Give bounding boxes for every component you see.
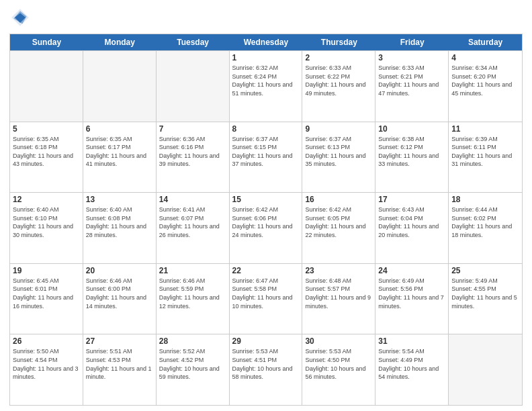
- calendar-cell: 10Sunrise: 6:38 AM Sunset: 6:12 PM Dayli…: [375, 122, 449, 193]
- day-number: 13: [86, 195, 153, 204]
- day-info: Sunrise: 6:42 AM Sunset: 6:06 PM Dayligh…: [232, 205, 300, 239]
- day-number: 2: [305, 53, 372, 62]
- day-info: Sunrise: 6:35 AM Sunset: 6:18 PM Dayligh…: [13, 135, 80, 169]
- day-number: 8: [232, 124, 300, 134]
- day-number: 18: [451, 195, 519, 204]
- day-number: 4: [451, 53, 519, 62]
- day-info: Sunrise: 5:53 AM Sunset: 4:50 PM Dayligh…: [305, 347, 372, 381]
- calendar-cell: 28Sunrise: 5:52 AM Sunset: 4:52 PM Dayli…: [157, 334, 230, 405]
- calendar-cell: 4Sunrise: 6:34 AM Sunset: 6:20 PM Daylig…: [449, 51, 522, 122]
- calendar-cell: 6Sunrise: 6:35 AM Sunset: 6:17 PM Daylig…: [83, 122, 157, 193]
- header: [9, 7, 523, 30]
- calendar-cell: 16Sunrise: 6:42 AM Sunset: 6:05 PM Dayli…: [302, 193, 375, 263]
- calendar-week-1: 1Sunrise: 6:32 AM Sunset: 6:24 PM Daylig…: [10, 50, 522, 122]
- calendar-cell: 9Sunrise: 6:37 AM Sunset: 6:13 PM Daylig…: [302, 122, 375, 193]
- day-info: Sunrise: 5:51 AM Sunset: 4:53 PM Dayligh…: [86, 347, 153, 381]
- calendar-body: 1Sunrise: 6:32 AM Sunset: 6:24 PM Daylig…: [10, 50, 522, 405]
- calendar: SundayMondayTuesdayWednesdayThursdayFrid…: [9, 34, 523, 406]
- day-info: Sunrise: 5:53 AM Sunset: 4:51 PM Dayligh…: [232, 347, 300, 381]
- day-info: Sunrise: 6:33 AM Sunset: 6:22 PM Dayligh…: [305, 64, 372, 97]
- day-number: 20: [86, 266, 153, 275]
- day-number: 1: [232, 53, 300, 62]
- day-info: Sunrise: 6:37 AM Sunset: 6:15 PM Dayligh…: [232, 135, 300, 169]
- calendar-cell: 25Sunrise: 5:49 AM Sunset: 4:55 PM Dayli…: [449, 264, 522, 334]
- logo-icon: [9, 7, 31, 28]
- logo: [9, 7, 32, 30]
- day-info: Sunrise: 6:40 AM Sunset: 6:08 PM Dayligh…: [86, 205, 153, 239]
- day-header-tuesday: Tuesday: [157, 34, 230, 50]
- day-info: Sunrise: 6:33 AM Sunset: 6:21 PM Dayligh…: [378, 64, 445, 97]
- calendar-header: SundayMondayTuesdayWednesdayThursdayFrid…: [10, 34, 522, 50]
- day-number: 14: [159, 195, 226, 204]
- day-number: 26: [13, 336, 80, 346]
- calendar-cell: 1Sunrise: 6:32 AM Sunset: 6:24 PM Daylig…: [230, 51, 303, 122]
- calendar-cell: 12Sunrise: 6:40 AM Sunset: 6:10 PM Dayli…: [10, 193, 83, 263]
- day-info: Sunrise: 6:37 AM Sunset: 6:13 PM Dayligh…: [305, 135, 372, 169]
- calendar-cell: [83, 51, 157, 122]
- day-info: Sunrise: 6:34 AM Sunset: 6:20 PM Dayligh…: [451, 64, 519, 97]
- day-info: Sunrise: 6:42 AM Sunset: 6:05 PM Dayligh…: [305, 205, 372, 239]
- calendar-cell: 22Sunrise: 6:47 AM Sunset: 5:58 PM Dayli…: [230, 264, 303, 334]
- calendar-cell: [10, 51, 83, 122]
- day-header-wednesday: Wednesday: [230, 34, 303, 50]
- day-info: Sunrise: 6:46 AM Sunset: 6:00 PM Dayligh…: [86, 277, 153, 310]
- calendar-cell: 26Sunrise: 5:50 AM Sunset: 4:54 PM Dayli…: [10, 334, 83, 405]
- calendar-cell: 23Sunrise: 6:48 AM Sunset: 5:57 PM Dayli…: [302, 264, 375, 334]
- day-info: Sunrise: 6:47 AM Sunset: 5:58 PM Dayligh…: [232, 277, 300, 310]
- day-info: Sunrise: 6:45 AM Sunset: 6:01 PM Dayligh…: [13, 277, 80, 310]
- day-header-thursday: Thursday: [302, 34, 375, 50]
- calendar-cell: 2Sunrise: 6:33 AM Sunset: 6:22 PM Daylig…: [302, 51, 375, 122]
- day-number: 23: [305, 266, 372, 275]
- day-info: Sunrise: 6:36 AM Sunset: 6:16 PM Dayligh…: [159, 135, 226, 169]
- day-info: Sunrise: 6:49 AM Sunset: 5:56 PM Dayligh…: [378, 277, 445, 310]
- day-header-monday: Monday: [83, 34, 157, 50]
- calendar-cell: 15Sunrise: 6:42 AM Sunset: 6:06 PM Dayli…: [230, 193, 303, 263]
- day-number: 7: [159, 124, 226, 134]
- calendar-cell: 17Sunrise: 6:43 AM Sunset: 6:04 PM Dayli…: [375, 193, 449, 263]
- day-info: Sunrise: 6:46 AM Sunset: 5:59 PM Dayligh…: [159, 277, 226, 310]
- day-number: 9: [305, 124, 372, 134]
- day-info: Sunrise: 6:32 AM Sunset: 6:24 PM Dayligh…: [232, 64, 300, 97]
- calendar-week-3: 12Sunrise: 6:40 AM Sunset: 6:10 PM Dayli…: [10, 192, 522, 263]
- calendar-cell: 11Sunrise: 6:39 AM Sunset: 6:11 PM Dayli…: [449, 122, 522, 193]
- day-number: 31: [378, 336, 445, 346]
- calendar-cell: 7Sunrise: 6:36 AM Sunset: 6:16 PM Daylig…: [157, 122, 230, 193]
- day-number: 11: [451, 124, 519, 134]
- calendar-cell: 27Sunrise: 5:51 AM Sunset: 4:53 PM Dayli…: [83, 334, 157, 405]
- day-number: 6: [86, 124, 153, 134]
- day-info: Sunrise: 5:54 AM Sunset: 4:49 PM Dayligh…: [378, 347, 445, 381]
- calendar-cell: 24Sunrise: 6:49 AM Sunset: 5:56 PM Dayli…: [375, 264, 449, 334]
- day-number: 21: [159, 266, 226, 275]
- calendar-cell: 5Sunrise: 6:35 AM Sunset: 6:18 PM Daylig…: [10, 122, 83, 193]
- day-info: Sunrise: 5:50 AM Sunset: 4:54 PM Dayligh…: [13, 347, 80, 381]
- calendar-cell: 13Sunrise: 6:40 AM Sunset: 6:08 PM Dayli…: [83, 193, 157, 263]
- day-info: Sunrise: 6:44 AM Sunset: 6:02 PM Dayligh…: [451, 205, 519, 239]
- calendar-cell: 30Sunrise: 5:53 AM Sunset: 4:50 PM Dayli…: [302, 334, 375, 405]
- day-number: 16: [305, 195, 372, 204]
- calendar-cell: 31Sunrise: 5:54 AM Sunset: 4:49 PM Dayli…: [375, 334, 449, 405]
- day-number: 10: [378, 124, 445, 134]
- day-number: 3: [378, 53, 445, 62]
- day-info: Sunrise: 6:48 AM Sunset: 5:57 PM Dayligh…: [305, 277, 372, 310]
- day-info: Sunrise: 6:40 AM Sunset: 6:10 PM Dayligh…: [13, 205, 80, 239]
- day-number: 19: [13, 266, 80, 275]
- day-number: 30: [305, 336, 372, 346]
- day-number: 22: [232, 266, 300, 275]
- day-number: 27: [86, 336, 153, 346]
- calendar-cell: 8Sunrise: 6:37 AM Sunset: 6:15 PM Daylig…: [230, 122, 303, 193]
- day-info: Sunrise: 5:49 AM Sunset: 4:55 PM Dayligh…: [451, 277, 519, 310]
- day-number: 24: [378, 266, 445, 275]
- day-info: Sunrise: 5:52 AM Sunset: 4:52 PM Dayligh…: [159, 347, 226, 381]
- day-header-friday: Friday: [375, 34, 449, 50]
- calendar-week-4: 19Sunrise: 6:45 AM Sunset: 6:01 PM Dayli…: [10, 263, 522, 334]
- calendar-cell: 3Sunrise: 6:33 AM Sunset: 6:21 PM Daylig…: [375, 51, 449, 122]
- day-number: 29: [232, 336, 300, 346]
- day-info: Sunrise: 6:39 AM Sunset: 6:11 PM Dayligh…: [451, 135, 519, 169]
- calendar-cell: 14Sunrise: 6:41 AM Sunset: 6:07 PM Dayli…: [157, 193, 230, 263]
- day-number: 17: [378, 195, 445, 204]
- calendar-cell: 21Sunrise: 6:46 AM Sunset: 5:59 PM Dayli…: [157, 264, 230, 334]
- calendar-week-5: 26Sunrise: 5:50 AM Sunset: 4:54 PM Dayli…: [10, 334, 522, 405]
- day-number: 15: [232, 195, 300, 204]
- day-number: 12: [13, 195, 80, 204]
- calendar-cell: 18Sunrise: 6:44 AM Sunset: 6:02 PM Dayli…: [449, 193, 522, 263]
